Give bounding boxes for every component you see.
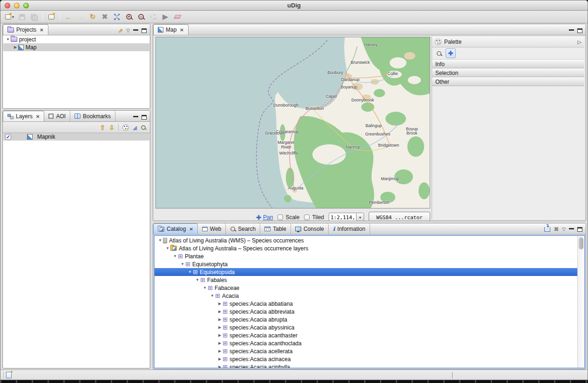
chevron-down-icon[interactable]: ▼ bbox=[165, 246, 170, 250]
zoom-to-layer-icon[interactable] bbox=[141, 125, 146, 130]
tab-information[interactable]: iInformation bbox=[329, 223, 370, 234]
close-catalog-tab-icon[interactable]: ✕ bbox=[189, 227, 193, 232]
catalog-tree-row[interactable]: ▼Atlas of Living Australia (WMS) – Speci… bbox=[155, 236, 577, 244]
back-button[interactable]: ← bbox=[63, 12, 74, 22]
style-palette-icon[interactable] bbox=[122, 124, 129, 131]
catalog-tree-row[interactable]: ▶⊞species:Acacia abbreviata bbox=[155, 308, 577, 316]
catalog-tree-row[interactable]: ▶⊞species:Acacia acellerata bbox=[155, 347, 577, 355]
new-map-button[interactable] bbox=[46, 12, 57, 22]
catalog-tree-row[interactable]: ▼⊞Fabales bbox=[155, 276, 577, 284]
forward-button[interactable]: → bbox=[75, 12, 86, 22]
minimize-editor-icon[interactable] bbox=[569, 29, 574, 34]
close-window-button[interactable] bbox=[5, 3, 10, 8]
scale-dropdown-icon[interactable]: ▼ bbox=[356, 213, 364, 221]
minimize-view-icon[interactable] bbox=[569, 228, 574, 232]
scale-checkbox[interactable] bbox=[277, 215, 283, 220]
import-icon[interactable] bbox=[544, 227, 550, 232]
maximize-editor-icon[interactable] bbox=[577, 28, 582, 33]
tab-projects[interactable]: Projects ✕ bbox=[3, 24, 48, 35]
move-layer-up-icon[interactable]: ⇧ bbox=[100, 124, 105, 131]
zoom-in-button[interactable]: + bbox=[123, 12, 135, 22]
zoom-window-button[interactable] bbox=[23, 3, 29, 8]
style-editor-icon[interactable]: ◢ bbox=[133, 124, 137, 131]
maximize-view-icon[interactable] bbox=[577, 227, 582, 232]
chevron-right-icon[interactable]: ▶ bbox=[13, 45, 18, 49]
tab-bookmarks[interactable]: Bookmarks bbox=[70, 111, 115, 121]
pan-link[interactable]: Pan bbox=[263, 214, 273, 221]
link-editor-icon[interactable]: ⇗ bbox=[118, 28, 123, 34]
view-menu-chevron-icon[interactable]: ▽ bbox=[126, 28, 130, 33]
view-menu-chevron-icon[interactable]: ▽ bbox=[562, 227, 566, 232]
fast-view-button[interactable] bbox=[6, 372, 12, 378]
catalog-tree-row[interactable]: ▶⊞species:Acacia abyssinica bbox=[155, 323, 577, 331]
tab-table[interactable]: Table bbox=[260, 223, 291, 234]
chevron-right-icon[interactable]: ▶ bbox=[217, 317, 223, 322]
tree-item-project[interactable]: ▼ project bbox=[3, 35, 149, 43]
tab-aoi[interactable]: AOI bbox=[44, 111, 70, 121]
chevron-right-icon[interactable]: ▶ bbox=[217, 349, 223, 353]
maximize-view-icon[interactable] bbox=[142, 115, 147, 120]
zoom-extent-button[interactable]: ↖↘↗↙ bbox=[111, 12, 122, 22]
tab-web[interactable]: Web bbox=[198, 223, 226, 234]
close-map-tab-icon[interactable]: ✕ bbox=[180, 27, 183, 33]
minimize-view-icon[interactable] bbox=[133, 116, 138, 120]
chevron-right-icon[interactable]: ▶ bbox=[217, 341, 223, 345]
scale-option[interactable]: Scale bbox=[277, 214, 299, 221]
palette-section-other[interactable]: Other bbox=[432, 77, 584, 86]
eraser-button[interactable] bbox=[172, 12, 183, 22]
catalog-tree-row[interactable]: ▼Atlas of Living Australia – Species occ… bbox=[155, 244, 577, 252]
chevron-down-icon[interactable]: ▼ bbox=[195, 278, 200, 282]
refresh-button[interactable]: ↻ bbox=[87, 12, 98, 22]
chevron-right-icon[interactable]: ▶ bbox=[217, 333, 223, 337]
catalog-tree-row[interactable]: ▼⊞Plantae bbox=[155, 252, 577, 260]
play-button[interactable]: ▶ bbox=[160, 12, 171, 22]
chevron-right-icon[interactable]: ▶ bbox=[217, 309, 223, 314]
close-projects-tab-icon[interactable]: ✕ bbox=[40, 27, 43, 33]
tiled-checkbox[interactable] bbox=[304, 215, 310, 220]
catalog-scrollbar[interactable] bbox=[577, 236, 584, 368]
chevron-down-icon[interactable]: ▼ bbox=[202, 286, 208, 290]
move-layer-down-icon[interactable]: ⇩ bbox=[109, 124, 115, 131]
tab-console[interactable]: Console bbox=[291, 223, 329, 234]
tab-search[interactable]: Search bbox=[226, 223, 260, 234]
chevron-right-icon[interactable]: ▶ bbox=[217, 365, 223, 368]
scrollbar-thumb[interactable] bbox=[579, 237, 583, 249]
new-project-button[interactable]: ▼ bbox=[4, 12, 15, 22]
palette-section-info[interactable]: Info bbox=[432, 60, 584, 68]
zoom-out-button[interactable]: − bbox=[135, 12, 147, 22]
catalog-tree-row[interactable]: ▼⊞Fabaceae bbox=[155, 284, 577, 292]
tab-catalog[interactable]: Catalog✕ bbox=[153, 223, 198, 234]
chevron-down-icon[interactable]: ▼ bbox=[210, 294, 215, 298]
layer-row-mapnik[interactable]: ✓ Mapnik bbox=[3, 133, 149, 141]
chevron-right-icon[interactable]: ▶ bbox=[217, 325, 223, 329]
chevron-right-icon[interactable]: ▶ bbox=[217, 357, 223, 361]
chevron-down-icon[interactable]: ▼ bbox=[5, 37, 11, 41]
tiled-option[interactable]: Tiled bbox=[304, 214, 324, 221]
map-canvas[interactable]: HarveyBrunswickBunburyCollieDardanupBoya… bbox=[155, 37, 430, 208]
palette-expand-icon[interactable]: ▷ bbox=[578, 39, 581, 45]
catalog-tree-row[interactable]: ▼⊞Acacia bbox=[155, 292, 577, 300]
chevron-down-icon[interactable]: ▼ bbox=[172, 254, 178, 258]
minimize-view-icon[interactable] bbox=[133, 29, 138, 34]
catalog-tree-row[interactable]: ▶⊞species:Acacia acanthoclada bbox=[155, 339, 577, 347]
remove-service-icon[interactable]: ✖ bbox=[554, 226, 559, 233]
tree-item-map[interactable]: ▶ Map bbox=[3, 43, 149, 51]
minimize-window-button[interactable] bbox=[14, 3, 20, 8]
palette-section-selection[interactable]: Selection bbox=[432, 68, 584, 77]
catalog-tree-row[interactable]: ▶⊞species:Acacia acanthaster bbox=[155, 331, 577, 339]
chevron-right-icon[interactable]: ▶ bbox=[217, 302, 223, 306]
catalog-tree-row[interactable]: ▼⊞Equisetophyta bbox=[155, 260, 577, 268]
catalog-tree-row[interactable]: ▶⊞species:Acacia abbatiana bbox=[155, 300, 577, 308]
scale-combo[interactable]: 1:2,114,14 ▼ bbox=[329, 213, 364, 221]
tab-map-editor[interactable]: Map ✕ bbox=[153, 24, 189, 35]
palette-pan-tool[interactable]: ✚ bbox=[446, 48, 456, 58]
layer-visibility-checkbox[interactable]: ✓ bbox=[5, 134, 11, 140]
palette-zoom-tool[interactable] bbox=[434, 48, 444, 58]
catalog-tree-row[interactable]: ▶⊞species:Acacia abrupta bbox=[155, 316, 577, 323]
catalog-tree-row[interactable]: ▼⊞Equisetopsida bbox=[155, 268, 577, 276]
delete-button[interactable]: ✖ bbox=[99, 12, 110, 22]
catalog-tree-row[interactable]: ▶⊞species:Acacia aciphylla bbox=[155, 363, 577, 368]
close-layers-tab-icon[interactable]: ✕ bbox=[36, 114, 40, 119]
maximize-view-icon[interactable] bbox=[142, 28, 147, 33]
chevron-down-icon[interactable]: ▼ bbox=[157, 238, 163, 242]
